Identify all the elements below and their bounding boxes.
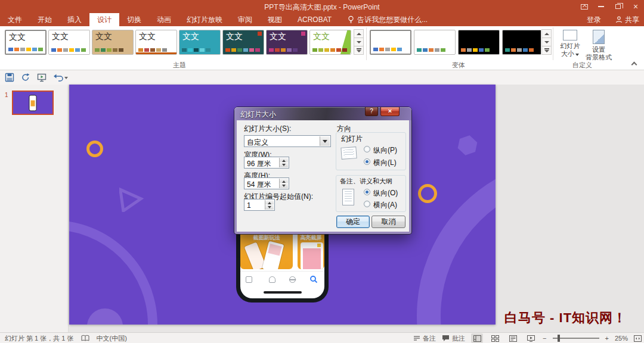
variant-thumbnail-1[interactable] (370, 30, 411, 55)
slides-portrait-radio[interactable] (364, 146, 370, 152)
spinner-buttons[interactable] (279, 158, 288, 167)
notes-landscape-radio[interactable] (364, 201, 370, 207)
theme-sample-text: 文文 (226, 32, 243, 42)
width-value: 96 厘米 (247, 159, 271, 169)
save-icon[interactable] (4, 72, 15, 83)
ribbon-tab-10[interactable]: ACROBAT (290, 13, 339, 26)
ribbon-tab-3[interactable]: 插入 (60, 13, 89, 26)
spinner-buttons[interactable] (279, 179, 288, 188)
dialog-close-button[interactable]: × (380, 107, 400, 116)
up-arrow-icon (544, 33, 549, 35)
variants-more-button[interactable] (541, 46, 552, 55)
reading-view-icon (509, 335, 517, 342)
themes-more-button[interactable] (354, 46, 364, 55)
notes-toggle-button[interactable]: 备注 (413, 334, 436, 343)
notes-portrait-label[interactable]: 纵向(O) (373, 188, 398, 198)
theme-thumbnail-8[interactable]: 文文 (309, 30, 351, 55)
slide-size-dropdown[interactable]: 自定义 (244, 135, 331, 147)
close-icon: × (633, 2, 638, 11)
close-window-button[interactable]: × (627, 0, 644, 13)
restore-button[interactable] (609, 0, 626, 13)
decor-triangle (119, 185, 144, 212)
ribbon-tab-7[interactable]: 幻灯片放映 (179, 13, 230, 26)
gallery-more-icon (357, 48, 361, 49)
ribbon-tab-1[interactable]: 文件 (0, 13, 30, 26)
cancel-button[interactable]: 取消 (371, 216, 405, 228)
slides-landscape-label[interactable]: 横向(L) (373, 158, 397, 168)
width-spinner[interactable]: 96 厘米 (244, 157, 289, 169)
slides-orientation-group: 幻灯片 纵向(P) 横向(L) (336, 132, 406, 170)
dialog-help-button[interactable]: ? (365, 107, 378, 116)
slide-number-start-spinner[interactable]: 1 (244, 199, 275, 211)
start-slideshow-icon[interactable] (36, 72, 47, 83)
fit-to-window-icon[interactable] (634, 335, 642, 342)
zoom-in-button[interactable]: + (605, 335, 609, 342)
theme-thumbnail-1[interactable]: 文文 (5, 30, 47, 55)
dropdown-arrow-icon[interactable] (320, 136, 330, 146)
undo-redo-icon[interactable] (20, 72, 31, 83)
ribbon-tab-4[interactable]: 设计 (89, 13, 119, 26)
spin-down-icon[interactable] (280, 162, 288, 167)
slides-portrait-label[interactable]: 纵向(P) (373, 145, 397, 155)
minimize-button[interactable] (593, 0, 609, 13)
signin-button[interactable]: 登录 (587, 13, 601, 26)
zoom-level[interactable]: 25% (615, 335, 628, 342)
variant-thumbnail-3[interactable] (458, 30, 500, 55)
theme-color-squares (225, 48, 260, 52)
zoom-out-button[interactable]: − (543, 335, 546, 342)
slide-sorter-view-button[interactable] (489, 333, 501, 343)
spin-down-icon[interactable] (265, 204, 274, 210)
themes-scroll-down-button[interactable] (354, 38, 364, 46)
theme-thumbnail-5[interactable]: 文文 (179, 30, 221, 55)
phone-home-indicator (264, 291, 302, 294)
group-separator (553, 27, 553, 60)
variant-thumbnail-2[interactable] (414, 30, 456, 55)
portrait-page-icon (342, 189, 354, 205)
slide-number-label: 1 (5, 92, 8, 98)
ribbon-tab-8[interactable]: 审阅 (230, 13, 260, 26)
theme-sample-text: 文文 (139, 32, 156, 42)
search-tab-icon (309, 275, 318, 283)
proofing-icon[interactable] (81, 335, 89, 342)
ribbon-tab-6[interactable]: 动画 (149, 13, 179, 26)
decor-ring-right (417, 158, 496, 325)
slideshow-view-button[interactable] (525, 333, 537, 343)
spinner-buttons[interactable] (265, 200, 274, 210)
ribbon-tab-9[interactable]: 视图 (260, 13, 290, 26)
share-button[interactable]: 共享 (615, 13, 639, 26)
slides-landscape-radio[interactable] (364, 158, 370, 165)
theme-thumbnail-4[interactable]: 文文 (135, 30, 177, 55)
collapse-ribbon-button[interactable] (631, 61, 637, 66)
theme-thumbnail-2[interactable]: 文文 (48, 30, 90, 55)
ok-button[interactable]: 确定 (336, 216, 370, 228)
themes-scroll-up-button[interactable] (354, 29, 364, 38)
tell-me-box[interactable]: 告诉我您想要做什么... (348, 13, 428, 26)
ribbon-tab-5[interactable]: 切换 (119, 13, 149, 26)
notes-landscape-label[interactable]: 横向(A) (373, 200, 397, 210)
reading-view-button[interactable] (507, 333, 519, 343)
variant-thumbnail-4[interactable] (502, 30, 541, 55)
ribbon-display-options-button[interactable] (576, 0, 593, 13)
ribbon-tab-2[interactable]: 开始 (30, 13, 60, 26)
theme-thumbnail-7[interactable]: 文文 (266, 30, 308, 55)
theme-sample-text: 文文 (9, 32, 26, 43)
theme-color-squares (95, 48, 123, 52)
slide-thumbnail[interactable] (12, 91, 54, 115)
zoom-slider[interactable] (553, 338, 599, 339)
notes-portrait-radio[interactable] (364, 189, 370, 195)
height-spinner[interactable]: 54 厘米 (244, 177, 289, 189)
comments-toggle-button[interactable]: 批注 (442, 334, 465, 343)
theme-thumbnail-3[interactable]: 文文 (92, 30, 134, 55)
variants-scroll-up-button[interactable] (541, 29, 552, 38)
landscape-page-icon (340, 146, 357, 160)
language-indicator[interactable]: 中文(中国) (97, 334, 127, 343)
undo-icon[interactable] (52, 72, 68, 83)
theme-thumbnail-6[interactable]: 文文 (222, 30, 264, 55)
spin-down-icon[interactable] (280, 183, 288, 188)
normal-view-button[interactable] (471, 333, 483, 343)
down-arrow-icon (544, 41, 549, 43)
variants-scroll-down-button[interactable] (541, 38, 552, 46)
restore-icon (615, 4, 621, 9)
zoom-slider-thumb[interactable] (558, 335, 560, 342)
theme-sample-text: 文文 (52, 32, 69, 42)
